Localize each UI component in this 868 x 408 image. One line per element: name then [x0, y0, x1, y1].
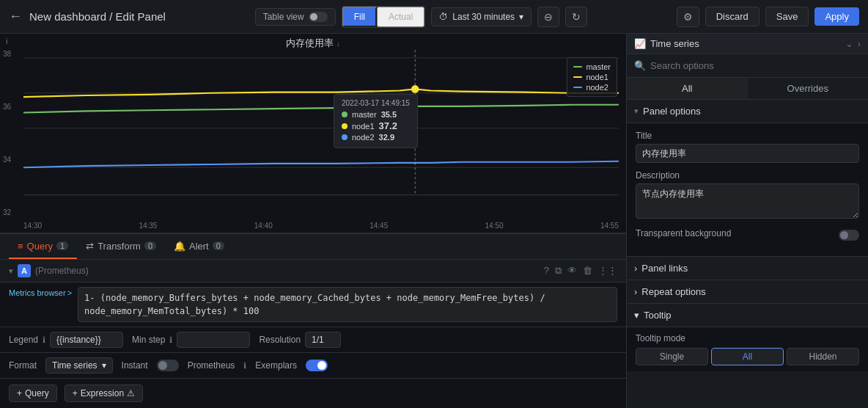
prometheus-info-icon[interactable]: ℹ — [243, 361, 246, 371]
panel-chevron-down[interactable]: ⌄ — [845, 38, 853, 49]
transparent-toggle[interactable] — [839, 230, 859, 241]
x-label-1445: 14:45 — [369, 222, 388, 230]
query-copy-icon[interactable]: ⧉ — [555, 265, 562, 277]
legend-node1-label: node1 — [586, 73, 608, 81]
transparent-field-row: Transparent background — [636, 228, 859, 241]
fill-button[interactable]: Fill — [342, 7, 377, 27]
resolution-select[interactable]: 1/1 1/2 1/3 — [305, 332, 341, 348]
legend-input[interactable] — [50, 332, 123, 348]
query-datasource: (Prometheus) — [35, 266, 89, 276]
panel-tab-all[interactable]: All — [627, 78, 748, 99]
x-label-1430: 14:30 — [23, 222, 42, 230]
query-icon: ≡ — [18, 241, 23, 252]
repeat-options-header[interactable]: › Repeat options — [627, 280, 868, 304]
viz-label: 📈 Time series — [634, 38, 699, 49]
tooltip-mode-single[interactable]: Single — [636, 348, 708, 365]
x-label-1450: 14:50 — [485, 222, 504, 230]
legend-master: master — [573, 62, 611, 71]
search-icon: 🔍 — [634, 60, 646, 71]
query-eye-icon[interactable]: 👁 — [567, 265, 577, 277]
metrics-row: Metrics browser > 1- (node_memory_Buffer… — [0, 283, 626, 327]
panel-links-header[interactable]: › Panel links — [627, 257, 868, 280]
format-label: Format — [9, 360, 37, 371]
actual-button[interactable]: Actual — [377, 7, 424, 27]
legend-master-label: master — [586, 62, 611, 71]
transparent-label: Transparent background — [636, 228, 731, 238]
tab-transform-label: Transform — [98, 241, 141, 252]
min-step-input[interactable] — [177, 332, 250, 348]
main-layout: i 内存使用率 ↓ 38 36 34 32 — [0, 34, 868, 408]
info-icon: i — [6, 37, 7, 45]
collapse-button[interactable]: ▾ — [9, 266, 13, 276]
discard-button[interactable]: Discard — [705, 7, 760, 26]
chart-title-bar: i 内存使用率 ↓ — [0, 34, 626, 50]
min-step-info-icon[interactable]: ℹ — [169, 335, 172, 345]
table-view-toggle[interactable]: Table view — [255, 8, 336, 26]
chart-title: 内存使用率 ↓ — [286, 37, 340, 50]
right-panel: 📈 Time series ⌄ › 🔍 All Overrides ▾ Pane… — [626, 34, 868, 408]
clock-icon: ⏱ — [439, 12, 448, 22]
add-expression-label: Expression — [81, 388, 124, 398]
query-drag-icon[interactable]: ⋮⋮ — [598, 265, 617, 277]
tab-alert-label: Alert — [189, 241, 209, 252]
instant-label: Instant — [122, 360, 148, 371]
top-bar-left: ← New dashboard / Edit Panel — [9, 9, 166, 24]
panel-links-chevron: › — [634, 263, 637, 274]
y-label-34: 34 — [3, 156, 11, 164]
legend-info-icon[interactable]: ℹ — [43, 335, 45, 345]
metrics-browser-button[interactable]: Metrics browser > — [9, 288, 72, 297]
top-bar-center: Table view Fill Actual ⏱ Last 30 minutes… — [255, 6, 587, 28]
panel-tab-overrides[interactable]: Overrides — [748, 78, 869, 99]
apply-button[interactable]: Apply — [814, 7, 859, 26]
legend-group: Legend ℹ — [9, 332, 123, 348]
time-range-picker[interactable]: ⏱ Last 30 minutes ▾ — [431, 7, 532, 26]
panel-options-header[interactable]: ▾ Panel options — [627, 100, 868, 123]
settings-button[interactable]: ⚙ — [677, 7, 699, 27]
right-panel-content: ▾ Panel options Title Description 节点内存使用… — [627, 100, 868, 408]
tooltip-chevron: ▾ — [634, 310, 639, 321]
tab-query-label: Query — [27, 241, 53, 252]
tooltip-master-dot — [342, 112, 347, 117]
refresh-button[interactable]: ↻ — [565, 7, 587, 27]
legend-master-color — [573, 66, 582, 68]
tooltip-mode-hidden[interactable]: Hidden — [787, 348, 859, 365]
chart-legend: master node1 node2 — [567, 57, 617, 97]
exemplars-toggle[interactable] — [306, 360, 328, 371]
title-field-row: Title — [636, 131, 859, 163]
panel-expand-icon[interactable]: › — [858, 38, 861, 49]
back-icon[interactable]: ← — [9, 9, 22, 24]
table-view-toggle-dot[interactable] — [309, 12, 328, 22]
time-range-label: Last 30 minutes — [452, 12, 515, 22]
metrics-expression[interactable]: 1- (node_memory_Buffers_bytes + node_mem… — [78, 287, 617, 322]
tooltip-mode-all[interactable]: All — [711, 348, 784, 365]
description-textarea[interactable]: 节点内存使用率 — [636, 183, 859, 219]
add-expression-button[interactable]: + Expression ⚠ — [65, 385, 143, 402]
tooltip-mode-buttons: Single All Hidden — [636, 348, 859, 365]
query-help-icon[interactable]: ? — [544, 265, 549, 277]
tooltip-row-node2: node2 32.9 — [342, 133, 410, 142]
title-input[interactable] — [636, 144, 859, 163]
tab-query[interactable]: ≡ Query 1 — [9, 235, 77, 259]
y-label-36: 36 — [3, 103, 11, 111]
format-select[interactable]: Time series ▾ — [45, 357, 113, 374]
instant-toggle[interactable] — [157, 360, 179, 371]
zoom-out-button[interactable]: ⊖ — [537, 7, 559, 27]
alert-icon: 🔔 — [174, 241, 185, 252]
query-delete-icon[interactable]: 🗑 — [583, 265, 592, 277]
chart-svg — [23, 50, 619, 203]
save-button[interactable]: Save — [765, 7, 809, 26]
add-expression-icon: + — [73, 388, 78, 398]
tooltip-section-header[interactable]: ▾ Tooltip — [627, 304, 868, 327]
search-box: 🔍 — [627, 54, 868, 78]
search-input[interactable] — [650, 60, 861, 71]
tooltip-node1-dot — [342, 123, 347, 129]
format-row: Format Time series ▾ Instant Prometheus … — [0, 353, 626, 379]
legend-node1: node1 — [573, 73, 611, 81]
tab-transform[interactable]: ⇄ Transform 0 — [77, 235, 165, 259]
add-query-button[interactable]: + Query — [9, 385, 57, 402]
y-label-32: 32 — [3, 208, 11, 216]
title-field-label: Title — [636, 131, 859, 141]
tab-alert[interactable]: 🔔 Alert 0 — [165, 235, 233, 259]
y-label-38: 38 — [3, 50, 11, 58]
tooltip-mode-row: Tooltip mode Single All Hidden — [627, 327, 868, 371]
